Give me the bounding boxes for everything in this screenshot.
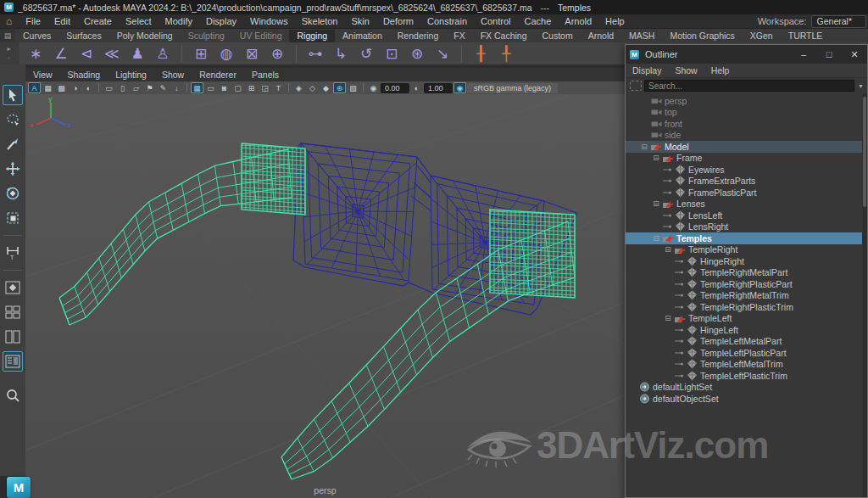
expander-icon[interactable]: ⊟ bbox=[650, 154, 662, 162]
outliner-persp-layout[interactable] bbox=[3, 351, 23, 372]
view-transform-icon[interactable]: ◉ bbox=[453, 82, 466, 93]
tree-item-TempleLeftMetalTrim[interactable]: TempleLeftMetalTrim bbox=[626, 359, 867, 371]
menu-windows[interactable]: Windows bbox=[243, 16, 295, 26]
tree-item-HingeRight[interactable]: HingeRight bbox=[626, 255, 867, 267]
copy-weights-icon[interactable]: ⊠ bbox=[242, 43, 262, 64]
menu-display[interactable]: Display bbox=[199, 16, 243, 26]
shelf-tab-fx-caching[interactable]: FX Caching bbox=[473, 30, 535, 42]
tree-item-persp[interactable]: persp bbox=[626, 95, 867, 107]
tree-item-Eyewires[interactable]: Eyewires bbox=[626, 164, 867, 176]
shelf-tab-animation[interactable]: Animation bbox=[335, 30, 390, 42]
menu-skeleton[interactable]: Skeleton bbox=[295, 16, 345, 26]
exposure-icon[interactable]: ◉ bbox=[367, 82, 380, 93]
ik-handle-icon[interactable]: ∠ bbox=[51, 43, 71, 64]
scale-constraint-icon[interactable]: ⊡ bbox=[381, 43, 402, 64]
point-constraint-icon[interactable]: ↳ bbox=[331, 43, 351, 64]
isolate-icon[interactable]: ⊛ bbox=[333, 82, 346, 93]
pole-vector-icon[interactable]: ↘ bbox=[432, 43, 453, 64]
shaded-icon[interactable]: ▩ bbox=[55, 82, 68, 93]
shelf-tab-motion-graphics[interactable]: Motion Graphics bbox=[662, 30, 742, 42]
tree-item-Lenses[interactable]: ⊟Lenses bbox=[626, 199, 867, 210]
mirror-weights-icon[interactable]: ⊕ bbox=[267, 43, 287, 64]
title-bar[interactable]: M _6825637.ma* - Autodesk MAYA 2024.2: B… bbox=[0, 0, 868, 14]
tree-item-TempleLeftPlasticTrim[interactable]: TempleLeftPlasticTrim bbox=[626, 370, 867, 382]
xray-active-icon[interactable]: ◆ bbox=[320, 82, 332, 93]
shelf-tab-turtle[interactable]: TURTLE bbox=[781, 30, 831, 42]
gamma-field[interactable]: 1.00 bbox=[424, 83, 453, 93]
menu-create[interactable]: Create bbox=[77, 16, 119, 26]
viewport-3d-canvas[interactable]: x y z persp bbox=[25, 94, 625, 498]
maximize-button[interactable]: □ bbox=[816, 45, 842, 64]
viewport-menu-lighting[interactable]: Lighting bbox=[108, 70, 154, 80]
shelf-tab-surfaces[interactable]: Surfaces bbox=[58, 30, 108, 42]
skin-bind-icon[interactable]: ⊞ bbox=[191, 43, 211, 64]
move-tool[interactable] bbox=[3, 159, 23, 179]
shelf-tab-mash[interactable]: MASH bbox=[621, 30, 662, 42]
xray-joints-icon[interactable]: ◇ bbox=[306, 82, 319, 93]
shelf-tab-fx[interactable]: FX bbox=[446, 30, 472, 42]
outliner-menu-show[interactable]: Show bbox=[668, 65, 704, 76]
shelf-tab-curves[interactable]: Curves bbox=[15, 30, 58, 42]
safe-title-icon[interactable]: T bbox=[272, 82, 285, 93]
viewport-menu-show[interactable]: Show bbox=[154, 70, 192, 80]
expander-icon[interactable]: ⊟ bbox=[638, 143, 650, 151]
menu-file[interactable]: File bbox=[19, 16, 47, 26]
menu-deform[interactable]: Deform bbox=[376, 16, 420, 26]
tree-item-TempleRightMetalTrim[interactable]: TempleRightMetalTrim bbox=[626, 290, 867, 302]
outliner-menu-help[interactable]: Help bbox=[704, 65, 737, 76]
tree-item-HingeLeft[interactable]: HingeLeft bbox=[626, 324, 867, 336]
scrollbar-thumb[interactable] bbox=[863, 97, 866, 207]
bookmark-icon[interactable]: ⚑ bbox=[143, 82, 156, 93]
camera-lock-icon[interactable]: ▯ bbox=[116, 82, 129, 93]
single-pane-layout[interactable] bbox=[3, 277, 23, 298]
tree-item-FrameExtraParts[interactable]: FrameExtraParts bbox=[626, 176, 867, 187]
select-camera-icon[interactable]: A bbox=[28, 82, 41, 93]
lasso-tool[interactable] bbox=[3, 109, 23, 130]
shelf-tab-arnold[interactable]: Arnold bbox=[581, 30, 621, 42]
tree-item-front[interactable]: front bbox=[626, 118, 867, 130]
four-pane-layout[interactable] bbox=[3, 302, 23, 322]
orient-constraint-icon[interactable]: ↺ bbox=[356, 43, 376, 64]
exposure-field[interactable]: 0.00 bbox=[381, 83, 409, 93]
outliner-title-bar[interactable]: M Outliner –□✕ bbox=[626, 45, 867, 64]
outliner-scrollbar[interactable] bbox=[862, 93, 867, 497]
tree-item-TempleRight[interactable]: ⊟TempleRight bbox=[626, 244, 867, 256]
shelf-tab-sculpting[interactable]: Sculpting bbox=[181, 30, 232, 42]
resolution-gate-icon[interactable]: ◙ bbox=[218, 82, 231, 93]
expander-icon[interactable]: ⊟ bbox=[650, 199, 662, 208]
tree-item-Frame[interactable]: ⊟Frame bbox=[626, 153, 867, 165]
minimize-button[interactable]: – bbox=[791, 45, 816, 64]
gate-mask-icon[interactable]: ▢ bbox=[231, 82, 244, 93]
select-tool[interactable] bbox=[3, 85, 23, 105]
insert-joint-icon[interactable]: ≪ bbox=[102, 43, 122, 64]
viewport-menu-panels[interactable]: Panels bbox=[244, 70, 287, 80]
tree-item-TempleRightPlasticPart[interactable]: TempleRightPlasticPart bbox=[626, 278, 867, 290]
viewport-menu-shading[interactable]: Shading bbox=[60, 70, 108, 80]
quick-rig-icon[interactable]: ♟ bbox=[127, 43, 147, 64]
view-transform-select[interactable]: sRGB gamma (legacy) bbox=[467, 83, 558, 93]
safe-action-icon[interactable]: ◲ bbox=[259, 82, 271, 93]
ik-spline-icon[interactable]: ⊲ bbox=[76, 43, 97, 64]
shelf-tab-xgen[interactable]: XGen bbox=[743, 30, 781, 42]
expander-icon[interactable]: ⊟ bbox=[662, 314, 674, 322]
shelf-tab-rigging[interactable]: Rigging bbox=[289, 30, 335, 42]
grid-icon[interactable]: ▦ bbox=[191, 82, 203, 93]
gamma-icon[interactable]: ◐ bbox=[410, 82, 423, 93]
tree-item-defaultObjectSet[interactable]: defaultObjectSet bbox=[626, 393, 867, 405]
viewport-menu-view[interactable]: View bbox=[25, 70, 60, 80]
maya-taskbar-icon[interactable]: M bbox=[7, 477, 31, 498]
tree-item-TempleRightPlasticTrim[interactable]: TempleRightPlasticTrim bbox=[626, 301, 867, 313]
xray-icon[interactable]: ◈ bbox=[292, 82, 305, 93]
tree-item-Temples[interactable]: ⊟Temples bbox=[626, 232, 867, 244]
shelf-options-icon[interactable]: ▤ bbox=[0, 29, 15, 42]
create-joint-icon[interactable]: ∗ bbox=[25, 43, 46, 64]
outliner-menu-display[interactable]: Display bbox=[626, 65, 668, 76]
shelf-tab-rendering[interactable]: Rendering bbox=[390, 30, 446, 42]
paint-select-tool[interactable] bbox=[3, 134, 23, 154]
remove-influence-icon[interactable]: ╀ bbox=[496, 43, 516, 64]
menu-help[interactable]: Help bbox=[598, 16, 632, 26]
add-influence-icon[interactable]: ╂ bbox=[470, 43, 491, 64]
workspace-dropdown[interactable]: General* bbox=[811, 15, 866, 28]
home-icon[interactable]: ⌂ bbox=[6, 15, 12, 27]
two-pane-layout[interactable] bbox=[3, 327, 23, 347]
